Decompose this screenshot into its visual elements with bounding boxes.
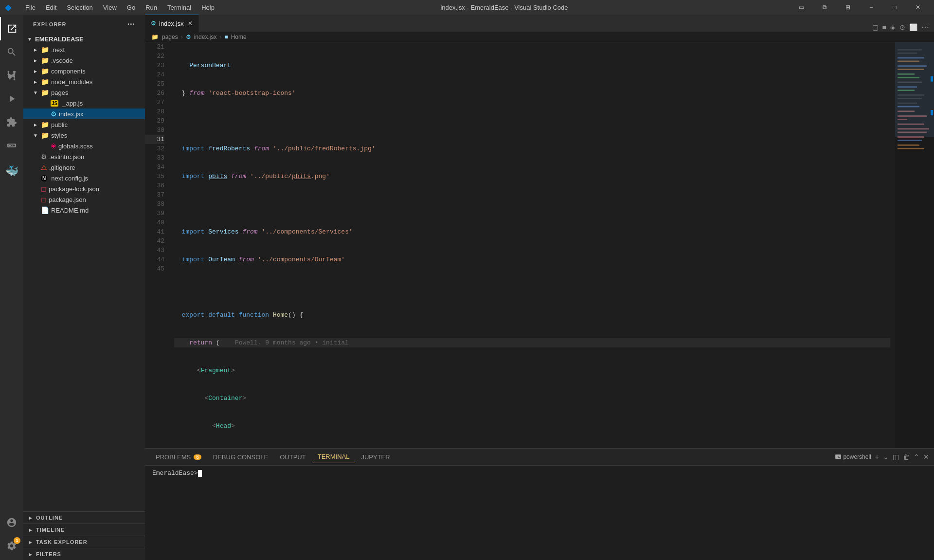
folder-label: pages (51, 89, 68, 96)
terminal-content[interactable]: EmeraldEase> (145, 466, 934, 560)
docker-activity-icon[interactable]: 🐳 (0, 160, 23, 183)
menu-file[interactable]: File (21, 3, 39, 12)
menu-edit[interactable]: Edit (42, 3, 60, 12)
tree-item-next-config[interactable]: N next.config.js (23, 173, 145, 183)
menu-view[interactable]: View (99, 3, 121, 12)
close-panel-icon[interactable]: ✕ (923, 453, 929, 461)
file-label: README.md (51, 207, 89, 214)
search-activity-icon[interactable] (0, 40, 23, 64)
vscode-logo-icon: ◆ (5, 2, 12, 13)
scss-file-icon: ❀ (51, 142, 56, 150)
explorer-activity-icon[interactable] (0, 17, 23, 40)
launch-profile-icon[interactable]: ⌄ (883, 453, 889, 461)
extensions-activity-icon[interactable] (0, 110, 23, 134)
timeline-header[interactable]: ► TIMELINE (23, 524, 145, 536)
tab-index-jsx[interactable]: ⚙ index.jsx ✕ (145, 15, 199, 32)
svg-rect-23 (898, 140, 922, 141)
menu-run[interactable]: Run (142, 3, 161, 12)
tree-item-index-jsx[interactable]: ⚙ index.jsx (23, 108, 145, 119)
folder-icon: 📁 (41, 121, 49, 128)
tab-jupyter[interactable]: JUPYTER (355, 451, 395, 463)
minimize-button[interactable]: − (860, 0, 882, 15)
tree-item-vscode[interactable]: ► 📁 .vscode (23, 55, 145, 66)
output-label: OUTPUT (280, 453, 305, 461)
tree-item-next[interactable]: ► 📁 .next (23, 44, 145, 55)
editor-icon-1[interactable]: ▢ (872, 23, 879, 31)
menu-bar: File Edit Selection View Go Run Terminal… (21, 3, 218, 12)
tree-item-package[interactable]: ◻ package.json (23, 194, 145, 205)
tree-item-globals-scss[interactable]: ❀ globals.scss (23, 141, 145, 151)
terminal-prompt: EmeraldEase> (152, 470, 202, 477)
tree-item-node-modules[interactable]: ► 📁 node_modules (23, 76, 145, 87)
breadcrumb: 📁 pages › ⚙ index.jsx › ■ Home (145, 32, 934, 42)
editor-icon-2[interactable]: ■ (882, 23, 886, 31)
tree-item-readme[interactable]: 📄 README.md (23, 205, 145, 216)
terminal-panel: PROBLEMS 6 DEBUG CONSOLE OUTPUT TERMINAL… (145, 448, 934, 560)
split-editor-icon[interactable]: ⧉ (813, 0, 836, 15)
settings-activity-icon[interactable]: 1 (0, 534, 23, 558)
more-layout-icon[interactable]: ⊞ (837, 0, 859, 15)
tree-item-pages[interactable]: ▼ 📁 pages (23, 87, 145, 98)
editor-icon-3[interactable]: ◈ (890, 23, 896, 31)
account-activity-icon[interactable] (0, 511, 23, 534)
tree-item-components[interactable]: ► 📁 components (23, 66, 145, 76)
sidebar-more-icon[interactable]: ⋯ (127, 19, 135, 29)
tree-item-package-lock[interactable]: ◻ package-lock.json (23, 183, 145, 194)
breadcrumb-file[interactable]: index.jsx (194, 34, 217, 40)
tab-close-icon[interactable]: ✕ (188, 20, 193, 27)
tree-item-public[interactable]: ► 📁 public (23, 119, 145, 130)
js-file-icon: JS (51, 100, 58, 107)
split-terminal-icon[interactable]: ◫ (893, 453, 899, 461)
maximize-button[interactable]: □ (883, 0, 906, 15)
window-controls: ▭ ⧉ ⊞ − □ ✕ (790, 0, 929, 15)
breadcrumb-home[interactable]: Home (231, 34, 247, 40)
package-file-icon: ◻ (41, 196, 47, 203)
folder-arrow-icon: ▼ (33, 90, 41, 95)
kill-terminal-icon[interactable]: 🗑 (903, 453, 910, 461)
tab-debug-console[interactable]: DEBUG CONSOLE (207, 451, 274, 463)
editor-icon-4[interactable]: ⊙ (899, 23, 905, 31)
problems-label: PROBLEMS (156, 453, 191, 461)
outline-header[interactable]: ► OUTLINE (23, 512, 145, 524)
svg-rect-24 (898, 145, 919, 146)
maximize-panel-icon[interactable]: ⌃ (914, 453, 919, 461)
section-arrow-icon: ► (28, 540, 34, 545)
task-explorer-label: TASK EXPLORER (36, 539, 88, 545)
problems-badge: 6 (194, 454, 201, 460)
menu-selection[interactable]: Selection (63, 3, 96, 12)
tree-item-eslintrc[interactable]: ⚙ .eslintrc.json (23, 151, 145, 162)
split-editor-button[interactable]: ⬜ (909, 23, 917, 31)
breadcrumb-pages[interactable]: pages (162, 34, 178, 40)
editor-layout-icon[interactable]: ▭ (790, 0, 812, 15)
folder-label: .vscode (51, 57, 73, 64)
tab-terminal[interactable]: TERMINAL (312, 451, 356, 463)
terminal-shell-label: powershell (835, 453, 871, 461)
tab-problems[interactable]: PROBLEMS 6 (150, 451, 207, 463)
minimap[interactable] (895, 42, 934, 448)
tree-item-emeraldease[interactable]: ▼ EMERALDEASE (23, 34, 145, 44)
svg-rect-25 (898, 148, 924, 149)
folder-arrow-icon: ► (33, 47, 41, 53)
tree-item-gitignore[interactable]: ⚠ .gitignore (23, 162, 145, 173)
close-button[interactable]: ✕ (907, 0, 929, 15)
sidebar-header: EXPLORER ⋯ (23, 15, 145, 34)
more-actions-icon[interactable]: ⋯ (921, 22, 929, 32)
task-explorer-section: ► TASK EXPLORER (23, 536, 145, 548)
panel-toolbar: powershell + ⌄ ◫ 🗑 ⌃ ✕ (835, 453, 929, 461)
menu-go[interactable]: Go (123, 3, 139, 12)
next-file-icon: N (41, 175, 47, 181)
code-editor[interactable]: PersonHeart } from 'react-bootstrap-icon… (169, 42, 895, 448)
tab-output[interactable]: OUTPUT (274, 451, 311, 463)
tree-item-app-js[interactable]: JS _app.js (23, 98, 145, 108)
editor-content[interactable]: 21 22 23 24 25 26 27 28 29 30 31 32 33 3… (145, 42, 934, 448)
run-debug-activity-icon[interactable] (0, 87, 23, 110)
task-explorer-header[interactable]: ► TASK EXPLORER (23, 536, 145, 548)
filters-header[interactable]: ► FILTERS (23, 548, 145, 560)
tree-item-styles[interactable]: ▼ 📁 styles (23, 130, 145, 141)
menu-terminal[interactable]: Terminal (163, 3, 195, 12)
powershell-label: powershell (843, 453, 871, 460)
remote-explorer-activity-icon[interactable] (0, 134, 23, 157)
source-control-activity-icon[interactable] (0, 64, 23, 87)
menu-help[interactable]: Help (198, 3, 218, 12)
new-terminal-icon[interactable]: + (875, 453, 879, 461)
